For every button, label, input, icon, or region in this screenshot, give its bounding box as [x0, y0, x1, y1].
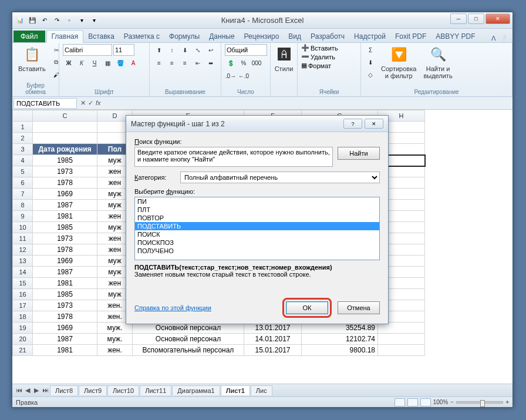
sort-filter-button[interactable]: 🔽 Сортировка и фильтр — [379, 44, 419, 80]
italic-button[interactable]: К — [76, 57, 87, 69]
cell[interactable]: 9800.18 — [302, 345, 378, 356]
open-icon[interactable]: ▾ — [76, 15, 87, 26]
sheet-tab[interactable]: Лист1 — [221, 385, 250, 395]
help-icon[interactable]: ❔ — [500, 35, 508, 42]
row-header[interactable]: 21 — [13, 345, 33, 356]
cell[interactable] — [378, 334, 425, 345]
first-sheet-icon[interactable]: ⏮ — [15, 387, 23, 394]
align-center-icon[interactable]: ≡ — [166, 57, 178, 69]
underline-button[interactable]: Ч — [89, 57, 100, 69]
fill-color-button[interactable]: 🪣 — [114, 57, 126, 69]
wrap-text-icon[interactable]: ↩ — [205, 44, 217, 56]
sheet-tab[interactable]: Лист10 — [107, 385, 139, 395]
sheet-tab[interactable]: Лис — [251, 385, 272, 395]
cell[interactable]: 1981 — [33, 278, 97, 289]
zoom-slider[interactable] — [456, 401, 503, 404]
row-header[interactable]: 4 — [13, 155, 33, 166]
format-cells-button[interactable]: ▦Формат — [301, 62, 331, 69]
clear-icon[interactable]: ◇ — [365, 69, 376, 80]
comma-icon[interactable]: 000 — [251, 57, 262, 69]
number-format-select[interactable] — [225, 44, 267, 56]
row-header[interactable]: 8 — [13, 200, 33, 211]
tab-formulas[interactable]: Формулы — [164, 31, 204, 42]
insert-cells-button[interactable]: ➕Вставить — [301, 44, 338, 52]
align-top-icon[interactable]: ⬆ — [153, 44, 165, 56]
function-listbox[interactable]: ПИПЛТПОВТОРПОДСТАВИТЬПОИСКПОИСКПОЗПОЛУЧЕ… — [134, 197, 380, 260]
increase-decimal-icon[interactable]: .0→ — [225, 70, 237, 82]
row-header[interactable]: 2 — [13, 133, 33, 144]
font-size-select[interactable] — [113, 44, 134, 56]
font-name-select[interactable] — [63, 44, 112, 56]
prev-sheet-icon[interactable]: ◀ — [23, 387, 32, 394]
help-link[interactable]: Справка по этой функции — [134, 304, 211, 311]
cell[interactable]: муж. — [97, 334, 133, 345]
row-header[interactable]: 9 — [13, 211, 33, 222]
cell[interactable] — [33, 133, 97, 144]
normal-view-button[interactable] — [394, 398, 405, 406]
cell[interactable]: 1981 — [33, 211, 97, 222]
row-header[interactable]: 15 — [13, 278, 33, 289]
merge-icon[interactable]: ⬌ — [205, 57, 217, 69]
dialog-help-button[interactable]: ? — [343, 119, 362, 129]
function-list-item[interactable]: ПОИСКПОЗ — [135, 238, 379, 247]
name-box[interactable]: ПОДСТАВИТЬ — [14, 98, 77, 109]
cancel-formula-icon[interactable]: ✕ — [80, 99, 86, 107]
align-left-icon[interactable]: ≡ — [153, 57, 165, 69]
tab-home[interactable]: Главная — [46, 30, 84, 43]
cell[interactable]: 1985 — [33, 289, 97, 300]
minimize-button[interactable]: ─ — [450, 14, 467, 24]
row-header[interactable]: 12 — [13, 244, 33, 256]
row-header[interactable]: 10 — [13, 222, 33, 233]
category-select[interactable]: Полный алфавитный перечень — [180, 172, 380, 183]
cell[interactable]: 1969 — [33, 256, 97, 267]
paste-button[interactable]: 📋 Вставить — [16, 44, 48, 73]
cell[interactable]: 1969 — [33, 322, 97, 334]
enter-formula-icon[interactable]: ✓ — [88, 99, 93, 107]
cell[interactable]: 1978 — [33, 244, 97, 256]
percent-icon[interactable]: % — [238, 57, 249, 69]
zoom-out-icon[interactable]: − — [450, 399, 454, 405]
sheet-tab[interactable]: Лист8 — [50, 385, 78, 395]
cell[interactable]: 15.01.2017 — [244, 345, 302, 356]
row-header[interactable]: 19 — [13, 322, 33, 334]
ok-button[interactable]: ОК — [286, 301, 328, 314]
row-header[interactable]: 11 — [13, 233, 33, 244]
cell[interactable]: 1978 — [33, 311, 97, 322]
cell[interactable]: 1987 — [33, 267, 97, 278]
border-button[interactable]: ▦ — [102, 57, 113, 69]
cell[interactable]: 12102.74 — [302, 334, 378, 345]
align-bottom-icon[interactable]: ⬇ — [179, 44, 191, 56]
tab-developer[interactable]: Разработч — [306, 31, 349, 42]
row-header[interactable]: 1 — [13, 122, 33, 133]
tab-foxit[interactable]: Foxit PDF — [390, 31, 431, 42]
align-right-icon[interactable]: ≡ — [179, 57, 191, 69]
find-button[interactable]: Найти — [338, 147, 380, 160]
tab-review[interactable]: Рецензиро — [240, 31, 284, 42]
orientation-icon[interactable]: ⤡ — [192, 44, 204, 56]
cell[interactable]: 1985 — [33, 222, 97, 233]
row-header[interactable]: 6 — [13, 177, 33, 189]
tab-layout[interactable]: Разметка с — [119, 31, 164, 42]
tab-insert[interactable]: Вставка — [83, 31, 119, 42]
decrease-decimal-icon[interactable]: ←.0 — [238, 70, 249, 82]
dialog-close-button[interactable]: ✕ — [365, 119, 383, 129]
tab-addins[interactable]: Надстрой — [349, 31, 390, 42]
function-list-item[interactable]: ПЛТ — [135, 206, 379, 214]
cell[interactable] — [33, 122, 97, 133]
row-header[interactable]: 3 — [13, 144, 33, 155]
search-input[interactable]: Введите краткое описание действия, котор… — [134, 147, 333, 167]
align-middle-icon[interactable]: ↕ — [166, 44, 178, 56]
autosum-icon[interactable]: Σ — [365, 44, 376, 56]
new-icon[interactable]: ▫ — [64, 15, 75, 26]
styles-button[interactable]: 🅰 Стили — [274, 44, 294, 73]
function-list-item[interactable]: ПОЛУЧЕНО — [135, 247, 379, 255]
cancel-button[interactable]: Отмена — [338, 301, 380, 314]
next-sheet-icon[interactable]: ▶ — [32, 387, 41, 394]
delete-cells-button[interactable]: ➖Удалить — [301, 53, 335, 61]
currency-icon[interactable]: 💲 — [225, 57, 237, 69]
maximize-button[interactable]: □ — [468, 14, 484, 24]
cell[interactable]: 14.01.2017 — [244, 334, 302, 345]
row-header[interactable]: 20 — [13, 334, 33, 345]
function-list-item[interactable]: ПИ — [135, 197, 379, 206]
sheet-tab[interactable]: Лист9 — [79, 385, 107, 395]
